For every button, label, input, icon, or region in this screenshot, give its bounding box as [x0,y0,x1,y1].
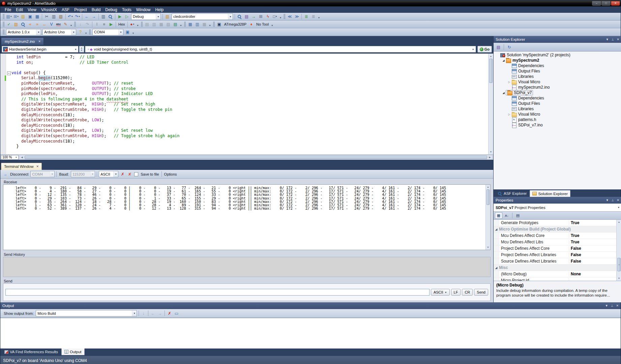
new-project-icon[interactable]: ▤▾ [5,13,12,20]
breakpoint-margin[interactable] [0,54,6,154]
uncomment-selection-icon[interactable]: ≣ [310,13,317,20]
receive-area[interactable]: left> 0 - 9 - 291 - 84 - 29 - 0 - 0 | 0 … [3,184,491,250]
clear-history-icon[interactable]: ✘ [126,171,133,178]
va-task-list-icon[interactable]: ✓ [5,21,12,28]
va-find-symbol-combo[interactable]: cledcontroller▼ [172,13,233,20]
indent-increase-icon[interactable]: ≫ [293,13,300,20]
code-line[interactable]: digitalWrite(spectrumReset, LOW); // Set… [6,128,488,133]
step-into-icon[interactable]: ↓ [77,21,84,28]
send-input[interactable] [5,289,430,296]
property-value[interactable]: False [569,246,616,251]
help-icon[interactable]: ? [77,29,84,35]
toolbar-grip[interactable] [284,14,285,19]
refresh-icon[interactable]: ↻ [506,44,513,51]
window-menu-icon[interactable]: ▼ [606,38,609,41]
scope-dropdown[interactable]: V HardwareSerial.begin ▼ [2,46,79,53]
properties-scrollbar[interactable]: ▲ ≡ ▼ [616,220,621,281]
tab-close-icon[interactable]: ✕ [36,165,39,168]
breakpoint-icon[interactable]: ●▾ [129,21,136,28]
scrollbar-thumb[interactable] [486,189,490,205]
pin-icon[interactable]: ⊥ [611,304,614,307]
scroll-down-icon[interactable]: ▼ [489,149,493,154]
toolbar-grip[interactable] [213,22,215,27]
code-line[interactable]: digitalWrite(spectrumStrobe, HIGH); // T… [6,107,488,113]
code-line[interactable]: pinMode(spectrumReset, OUTPUT); // reset [6,81,488,86]
clear-all-icon[interactable]: ✗ [166,310,173,317]
menu-window[interactable]: Window [134,7,153,13]
output-source-combo[interactable]: Micro Build▼ [36,310,137,316]
va-refactor-icon[interactable]: V [48,21,55,28]
io-view-icon[interactable]: ▦ [201,21,208,28]
code-line[interactable]: digitalWrite(spectrumReset, HIGH); // Se… [6,102,488,107]
cr-button[interactable]: CR [462,289,473,296]
code-line[interactable]: delayMicroseconds(18); [6,139,488,144]
goto-message-icon[interactable]: ↓ [140,310,147,317]
next-message-icon[interactable]: → [156,310,164,317]
window-layout-icon[interactable]: ▥ [100,13,107,20]
code-line[interactable]: int on; // LED Timer Control [6,60,488,65]
code-line[interactable]: delayMicroseconds(18); [6,113,488,118]
tree-item-myspectrum2[interactable]: ◢mySpectrum2 [494,58,621,63]
va-goto-member-icon[interactable]: » [34,21,41,28]
find-icon[interactable] [107,13,114,20]
close-button[interactable]: ✕ [611,1,620,6]
property-value[interactable]: True [569,220,616,225]
toolbar-overflow-icon[interactable]: ▾ [271,23,273,28]
new-window-icon[interactable]: ⊞ [257,13,264,20]
code-editor[interactable]: int ledPin = 7; // LED int on; // LED Ti… [0,54,493,154]
tab-solution-explorer[interactable]: Solution Explorer [530,190,570,197]
property-value[interactable]: False [569,252,616,257]
property-row[interactable]: Source Defines Affect LibrariesFalse [494,258,616,265]
toolbar-overflow-icon[interactable]: ▾ [180,23,182,28]
tree-expander-icon[interactable]: ▷ [507,113,511,116]
code-line[interactable]: delayMicroseconds(18); [6,123,488,128]
code-line[interactable]: digitalWrite(spectrumStrobe, LOW); [6,118,488,123]
code-text[interactable]: int ledPin = 7; // LED int on; // LED Ti… [6,54,488,154]
copy-icon[interactable]: ▥ [50,13,57,20]
minimize-button[interactable]: – [592,1,601,6]
tree-item-myspectrum2-ino[interactable]: mySpectrum2.ino [494,85,621,90]
toolbar-overflow-icon[interactable]: ▾ [70,23,72,28]
tree-expander-icon[interactable]: ◢ [501,59,506,62]
menu-view[interactable]: View [25,7,39,13]
va-goto-symbol-icon[interactable]: ↔ [41,21,48,28]
com-port-combo[interactable]: COM4▼ [92,29,123,35]
tab-close-icon[interactable]: ✕ [38,40,41,43]
code-line[interactable]: pinMode(ledPin, OUTPUT); // Indicator LE… [6,91,488,97]
send-history-area[interactable] [3,257,491,277]
toolbar-grip[interactable] [74,22,76,27]
property-value[interactable]: True [569,233,616,238]
undo-icon[interactable]: ↶▾ [67,13,74,20]
immediate-window-icon[interactable]: ▤ [172,21,179,28]
property-row[interactable]: (Micro Debug)None [494,271,616,277]
toolbar-overflow-icon[interactable]: ▾ [85,31,87,36]
tree-item-visual-micro[interactable]: ▷Visual Micro [494,79,621,85]
tree-expander-icon[interactable]: ◢ [501,91,506,94]
va-code-generation-icon[interactable]: ✎ [62,21,69,28]
window-menu-icon[interactable]: ▼ [605,304,608,307]
start-debugging-icon[interactable]: ▶ [116,13,123,20]
toggle-breakpoint-icon[interactable]: ϟ [264,13,271,20]
properties-icon[interactable]: ▤ [495,44,502,51]
disassembly-view-icon[interactable]: ▥ [194,21,201,28]
scroll-down-icon[interactable]: ▼ [617,276,621,281]
tab-terminal-window[interactable]: Terminal Window ✕ [1,163,42,170]
property-row[interactable]: Project Defines Affect CoreFalse [494,245,616,252]
pin-icon[interactable]: ⊥ [612,199,614,202]
navigate-backward-icon[interactable]: ← [83,13,90,20]
toolbar-grip[interactable] [3,22,4,27]
property-row[interactable]: Mcu Defines Affect CoreTrue [494,233,616,239]
scrollbar-thumb[interactable]: ≡ [617,258,621,271]
scrollbar-thumb[interactable] [25,156,487,159]
scroll-up-icon[interactable]: ▲ [489,54,493,59]
add-new-item-icon[interactable]: ⊞▾ [12,13,20,20]
watch-window-icon[interactable]: ▤ [144,21,151,28]
toolbar-grip[interactable] [184,22,186,27]
memory-window-icon[interactable]: ▧ [165,21,172,28]
scroll-right-icon[interactable]: ▶ [487,156,492,159]
command-window-icon[interactable]: □▾ [271,13,278,20]
properties-object-dropdown[interactable]: SDPoi_v7 Project Properties ▼ [494,204,621,212]
paste-icon[interactable]: ▧ [57,13,64,20]
code-line[interactable]: digitalWrite(spectrumStrobe, HIGH); // T… [6,133,488,139]
options-button[interactable]: Options [163,172,178,176]
